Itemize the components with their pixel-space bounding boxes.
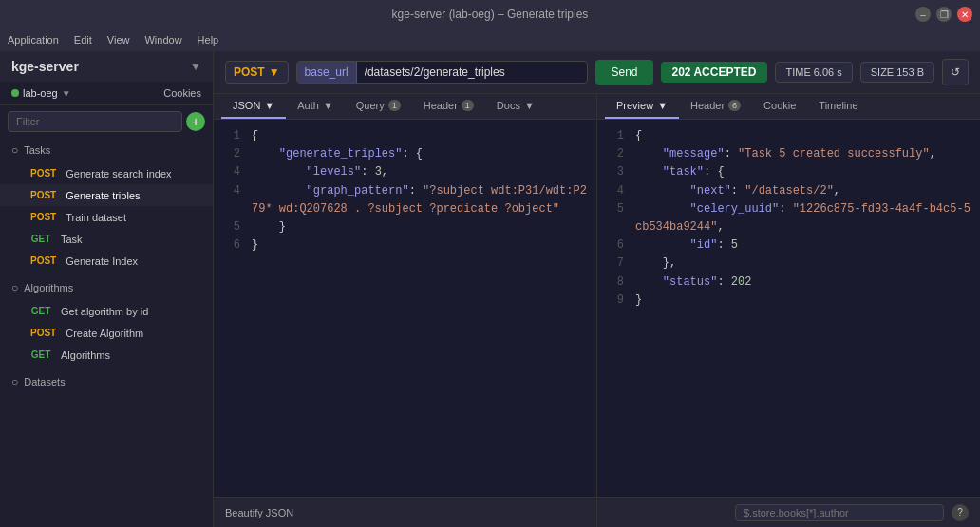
nav-item-label: Task <box>61 234 83 245</box>
algorithms-section-header[interactable]: ○ Algorithms <box>0 275 213 300</box>
sidebar-item-get-algorithm-by-id[interactable]: GET Get algorithm by id <box>0 300 213 322</box>
filter-bar: + <box>0 105 213 138</box>
sidebar-item-create-algorithm[interactable]: POST Create Algorithm <box>0 322 213 344</box>
url-path-input[interactable] <box>357 62 588 83</box>
tasks-section-header[interactable]: ○ Tasks <box>0 138 213 162</box>
tab-preview-label: Preview <box>616 100 653 111</box>
tab-docs-label: Docs <box>497 100 520 111</box>
code-line: 6 } <box>221 236 589 254</box>
code-line: 2 "message": "Task 5 created successfuly… <box>605 145 972 163</box>
beautify-json-button[interactable]: Beautify JSON <box>225 507 293 518</box>
method-badge-post: POST <box>27 189 60 201</box>
algorithms-section-icon: ○ <box>11 281 18 294</box>
sidebar-item-train-dataset[interactable]: POST Train dataset <box>0 206 213 228</box>
tab-json[interactable]: JSON ▼ <box>221 94 286 119</box>
code-line: 9 } <box>605 292 972 310</box>
code-line: 1 { <box>221 127 589 145</box>
nav-section-algorithms: ○ Algorithms GET Get algorithm by id POS… <box>0 275 213 366</box>
tab-docs-arrow: ▼ <box>524 100 535 111</box>
env-dropdown-icon: ▼ <box>62 88 71 99</box>
sidebar-title: kge-server <box>11 59 79 74</box>
titlebar: kge-server (lab-oeg) – Generate triples … <box>0 0 980 28</box>
response-panel: Preview ▼ Header 6 Cookie Timeline <box>597 94 980 527</box>
code-line: 4 "levels": 3, <box>221 163 589 181</box>
sidebar-header: kge-server ▼ <box>0 51 213 82</box>
url-base[interactable]: base_url <box>297 62 357 83</box>
algorithms-section-label: Algorithms <box>24 282 73 293</box>
tab-response-header-label: Header <box>690 100 725 111</box>
env-selector[interactable]: lab-oeg ▼ <box>11 87 71 99</box>
nav-item-label: Algorithms <box>61 349 110 361</box>
jsonpath-input[interactable] <box>735 504 944 521</box>
menu-edit[interactable]: Edit <box>74 34 92 46</box>
code-line: 7 }, <box>605 254 972 273</box>
filter-input[interactable] <box>8 111 182 132</box>
minimize-button[interactable]: – <box>915 7 931 22</box>
cookies-button[interactable]: Cookies <box>163 87 201 99</box>
tab-docs[interactable]: Docs ▼ <box>485 94 546 119</box>
tab-query[interactable]: Query 1 <box>345 94 412 119</box>
tab-auth[interactable]: Auth ▼ <box>286 94 345 119</box>
datasets-section-label: Datasets <box>24 376 65 387</box>
refresh-button[interactable]: ↺ <box>942 59 969 85</box>
tasks-section-icon: ○ <box>11 143 18 157</box>
sidebar-item-algorithms[interactable]: GET Algorithms <box>0 344 213 366</box>
add-request-button[interactable]: + <box>186 112 205 131</box>
method-badge-get: GET <box>27 305 55 317</box>
panels: JSON ▼ Auth ▼ Query 1 Header 1 <box>214 94 980 527</box>
menu-view[interactable]: View <box>107 34 130 46</box>
response-tab-bar: Preview ▼ Header 6 Cookie Timeline <box>597 94 980 120</box>
menubar: Application Edit View Window Help <box>0 28 980 51</box>
nav-item-label: Generate Index <box>66 255 138 267</box>
method-badge-get: GET <box>27 348 55 361</box>
method-select[interactable]: POST ▼ <box>225 61 289 84</box>
tab-header-badge: 1 <box>462 100 474 111</box>
tab-query-label: Query <box>356 100 385 111</box>
menu-application[interactable]: Application <box>8 34 59 46</box>
sidebar-item-generate-index[interactable]: POST Generate Index <box>0 250 213 272</box>
response-code-area: 1 { 2 "message": "Task 5 created success… <box>597 120 980 497</box>
request-bar: POST ▼ base_url Send 202 ACCEPTED TIME 6… <box>214 51 980 94</box>
sidebar-item-generate-search-index[interactable]: POST Generate search index <box>0 162 213 184</box>
maximize-button[interactable]: ❐ <box>936 7 952 22</box>
send-button[interactable]: Send <box>595 60 652 85</box>
menu-window[interactable]: Window <box>144 34 181 46</box>
nav-item-label: Get algorithm by id <box>61 306 148 317</box>
response-bottom-bar: ? <box>597 497 980 527</box>
tab-preview[interactable]: Preview ▼ <box>605 94 679 119</box>
code-line: 4 "graph_pattern": "?subject wdt:P31/wdt… <box>221 182 589 218</box>
sidebar-item-generate-triples[interactable]: POST Generate triples <box>0 184 213 206</box>
bottom-right: ? <box>735 504 969 521</box>
help-button[interactable]: ? <box>952 504 969 521</box>
method-badge-post: POST <box>27 254 60 267</box>
tab-response-header-badge: 6 <box>728 100 741 111</box>
datasets-section-header[interactable]: ○ Datasets <box>0 369 213 394</box>
tab-header-label: Header <box>424 100 458 111</box>
tab-response-header[interactable]: Header 6 <box>679 94 752 119</box>
code-line: 3 "task": { <box>605 163 972 181</box>
menu-help[interactable]: Help <box>198 34 219 46</box>
tab-query-badge: 1 <box>388 100 401 111</box>
tab-header[interactable]: Header 1 <box>412 94 485 119</box>
status-badge: 202 ACCEPTED <box>661 62 768 83</box>
method-badge-post: POST <box>27 327 60 339</box>
code-line: 4 "next": "/datasets/2", <box>605 182 972 200</box>
tab-preview-arrow: ▼ <box>657 100 668 111</box>
sidebar-item-task[interactable]: GET Task <box>0 228 213 250</box>
tab-auth-arrow: ▼ <box>323 100 333 111</box>
sidebar-collapse-icon[interactable]: ▼ <box>190 60 201 73</box>
status-area: 202 ACCEPTED TIME 6.06 s SIZE 153 B ↺ <box>661 59 969 85</box>
env-bar: lab-oeg ▼ Cookies <box>0 82 213 105</box>
close-button[interactable]: ✕ <box>957 7 972 22</box>
request-code-area: 1 { 2 "generate_triples": { 4 "levels": … <box>214 120 596 497</box>
env-status-dot <box>11 89 19 97</box>
code-line: 1 { <box>605 127 972 145</box>
url-bar: base_url <box>296 61 589 84</box>
code-line: 5 "celery_uuid": "1226c875-fd93-4a4f-b4c… <box>605 200 972 236</box>
refresh-icon: ↺ <box>951 66 960 79</box>
content-area: POST ▼ base_url Send 202 ACCEPTED TIME 6… <box>214 51 980 527</box>
request-panel: JSON ▼ Auth ▼ Query 1 Header 1 <box>214 94 597 527</box>
tab-cookie[interactable]: Cookie <box>752 94 807 119</box>
tab-timeline[interactable]: Timeline <box>807 94 869 119</box>
nav-item-label: Generate triples <box>66 190 140 201</box>
